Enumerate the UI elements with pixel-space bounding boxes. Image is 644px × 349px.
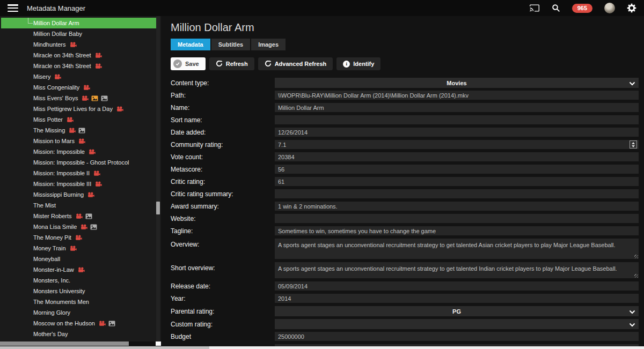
field-label: Overview:	[171, 239, 275, 248]
movie-title: Million Dollar Baby	[33, 31, 82, 37]
tree-connector	[28, 18, 33, 24]
year-input[interactable]	[275, 294, 639, 303]
metascore-input[interactable]	[275, 165, 639, 174]
editor-panel: Million Dollar Arm Metadata Subtitles Im…	[161, 16, 644, 349]
video-icon	[116, 106, 123, 112]
sort-name-input[interactable]	[275, 115, 639, 124]
short-overview-textarea[interactable]: A sports agent stages an unconventional …	[275, 262, 639, 278]
save-button[interactable]: Save	[171, 57, 206, 70]
custom-rating-select[interactable]	[275, 319, 639, 329]
list-item[interactable]: The Money Pit	[0, 232, 157, 243]
number-spinner[interactable]	[630, 140, 637, 148]
form-row: Budget	[171, 332, 639, 341]
form-row: Path:	[171, 91, 639, 100]
chevron-down-icon	[629, 309, 635, 315]
identify-button[interactable]: i Identify	[336, 57, 380, 70]
video-icon	[99, 321, 106, 326]
field-label: Tagline:	[171, 227, 275, 235]
check-icon	[173, 60, 182, 68]
list-item[interactable]: Miss Potter	[0, 114, 157, 125]
date-added-input[interactable]	[275, 128, 639, 137]
overview-textarea[interactable]: A sports agent stages an unconventional …	[275, 239, 639, 259]
page-horizontal-scrollbar[interactable]	[0, 346, 644, 349]
award-summary-input[interactable]	[275, 202, 639, 211]
scrollbar-thumb[interactable]	[0, 346, 209, 349]
budget-input[interactable]	[275, 332, 639, 341]
list-item[interactable]: The Missing	[0, 125, 157, 136]
list-item[interactable]: Miss Evers' Boys	[0, 93, 157, 103]
list-item[interactable]: Miss Pettigrew Lives for a Day	[0, 103, 157, 114]
form-row: Community rating:	[171, 140, 639, 149]
field-label: Content type:	[171, 79, 275, 87]
menu-icon[interactable]	[8, 4, 18, 12]
name-input[interactable]	[275, 103, 639, 112]
notification-badge[interactable]: 965	[572, 4, 592, 13]
list-item[interactable]: The Monuments Men	[0, 296, 157, 307]
list-item[interactable]: Mission to Mars	[0, 136, 157, 146]
community-rating-input[interactable]	[275, 140, 639, 149]
image-icon-gray	[78, 128, 85, 133]
list-item[interactable]: Miss Congeniality	[0, 82, 157, 93]
path-input[interactable]	[275, 91, 639, 100]
list-item[interactable]: Million Dollar Arm	[1, 18, 157, 28]
sidebar-vertical-scrollbar[interactable]	[156, 16, 160, 341]
form-row: Short overview: A sports agent stages an…	[171, 262, 639, 278]
advanced-refresh-button[interactable]: Advanced Refresh	[258, 57, 333, 70]
refresh-button[interactable]: Refresh	[209, 57, 254, 70]
list-item[interactable]: Mission: Impossible III	[0, 179, 157, 189]
website-input[interactable]	[275, 214, 639, 223]
info-icon: i	[343, 61, 350, 68]
vote-count-input[interactable]	[275, 152, 639, 161]
release-date-input[interactable]	[275, 281, 639, 291]
list-item[interactable]: Money Train	[0, 243, 157, 254]
parental-rating-select[interactable]: PG	[275, 306, 639, 316]
list-item[interactable]: Mona Lisa Smile	[0, 221, 157, 232]
tagline-input[interactable]	[275, 226, 639, 235]
list-item[interactable]: Moscow on the Hudson	[0, 318, 157, 329]
list-item[interactable]: Monster-in-Law	[0, 264, 157, 275]
list-item[interactable]: Monsters, Inc.	[0, 275, 157, 286]
tab-images[interactable]: Images	[251, 39, 286, 50]
list-item[interactable]: Misery	[0, 71, 157, 82]
user-avatar[interactable]	[604, 3, 615, 13]
video-icon	[83, 85, 90, 91]
list-item[interactable]: Mission: Impossible	[0, 146, 157, 157]
critic-rating-input[interactable]	[275, 177, 639, 186]
settings-gear-icon[interactable]	[627, 3, 636, 13]
list-item[interactable]: Mission: Impossible II	[0, 168, 157, 179]
field-label: Website:	[171, 215, 275, 222]
list-item[interactable]: Mother's Day	[0, 329, 157, 339]
scrollbar-thumb[interactable]	[156, 202, 160, 214]
movie-title: Mission to Mars	[33, 138, 75, 144]
form-row: Critic rating summary:	[171, 189, 639, 198]
video-icon	[75, 235, 82, 241]
list-item[interactable]: Mississippi Burning	[0, 189, 157, 200]
refresh-icon	[216, 60, 223, 68]
list-item[interactable]: Miracle on 34th Street	[0, 61, 157, 71]
list-item[interactable]: Mister Roberts	[0, 211, 157, 221]
tab-metadata[interactable]: Metadata	[171, 39, 210, 50]
list-item[interactable]: Monsters University	[0, 286, 157, 296]
video-icon	[78, 267, 85, 273]
movie-title: Moneyball	[33, 256, 60, 262]
movie-title: Moscow on the Hudson	[33, 320, 95, 326]
field-label: Date added:	[171, 129, 275, 136]
movie-title: Miss Pettigrew Lives for a Day	[33, 106, 113, 112]
search-icon[interactable]	[552, 4, 560, 12]
list-item[interactable]: Mindhunters	[0, 39, 157, 50]
image-icon-gray	[108, 321, 115, 326]
list-item[interactable]: Moneyball	[0, 254, 157, 264]
cast-icon[interactable]	[529, 4, 540, 12]
sidebar-horizontal-scrollbar[interactable]	[0, 341, 161, 346]
movie-title: Morning Glory	[33, 309, 70, 316]
list-item[interactable]: Miracle on 34th Street	[0, 50, 157, 61]
list-item[interactable]: Morning Glory	[0, 307, 157, 318]
list-item[interactable]: Million Dollar Baby	[0, 28, 157, 39]
critic-rating-summary-input[interactable]	[275, 189, 639, 198]
content-type-select[interactable]: Movies	[275, 78, 639, 88]
list-item[interactable]: Mission: Impossible - Ghost Protocol	[0, 157, 157, 168]
movie-title: Mission: Impossible - Ghost Protocol	[33, 159, 129, 166]
tab-subtitles[interactable]: Subtitles	[211, 39, 250, 50]
list-item[interactable]: The Mist	[0, 200, 157, 211]
scrollbar-thumb[interactable]	[0, 341, 129, 346]
